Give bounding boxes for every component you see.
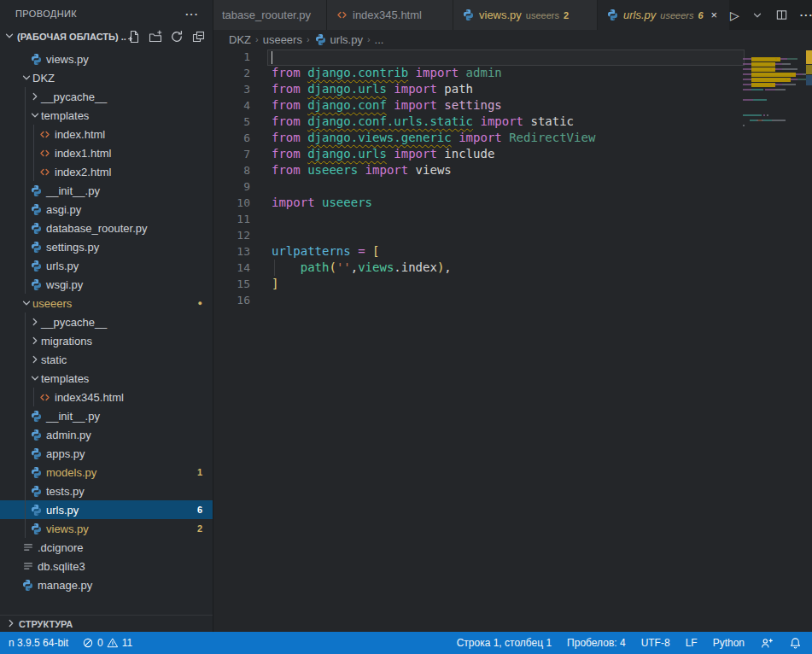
tree-item--init-py[interactable]: __init__.py [0, 181, 213, 200]
tree-item-templates[interactable]: templates [0, 106, 213, 125]
tree-item-label: index2.html [55, 166, 111, 178]
tree-item-index345-html[interactable]: index345.html [0, 388, 213, 406]
tree-item-models-py[interactable]: models.py1 [0, 463, 213, 482]
breadcrumb-item[interactable]: useeers [263, 33, 302, 46]
tree-item-urls-py[interactable]: urls.py [0, 256, 213, 275]
outline-section-header[interactable]: СТРУКТУРА [0, 615, 213, 632]
code-lines[interactable]: from django.contrib import adminfrom dja… [272, 49, 740, 308]
tree-item-index-html[interactable]: index.html [0, 125, 213, 143]
tree-item-label: .dcignore [38, 541, 83, 554]
code-editor[interactable]: 12345678910111213141516 from django.cont… [213, 49, 812, 632]
tree-indent-guide [33, 125, 34, 181]
tree-item--pycache-[interactable]: __pycache__ [0, 87, 213, 106]
tab-views-py[interactable]: views.pyuseeers2 [453, 0, 598, 30]
explorer-more-actions[interactable]: ··· [182, 8, 202, 20]
tree-item-tests-py[interactable]: tests.py [0, 482, 213, 500]
python-file-icon [462, 9, 475, 21]
tree-item-useeers[interactable]: useeers● [0, 294, 213, 312]
tree-item--init-py[interactable]: __init__.py [0, 406, 213, 425]
tab-bar: tabase_roouter.pyindex345.htmlviews.pyus… [213, 0, 812, 30]
chevron-right-icon [5, 617, 17, 631]
cursor-position-item[interactable]: Строка 1, столбец 1 [449, 632, 559, 654]
tree-item-urls-py[interactable]: urls.py6 [0, 500, 213, 519]
notifications-item[interactable] [781, 632, 812, 654]
tab-urls-py[interactable]: urls.pyuseeers6× [598, 0, 730, 30]
tree-item-asgi-py[interactable]: asgi.py [0, 200, 213, 219]
python-version-item[interactable]: n 3.9.5 64-bit [2, 632, 75, 654]
line-number-gutter[interactable]: 12345678910111213141516 [213, 49, 250, 308]
tree-item-label: __init__.py [46, 184, 100, 197]
minimap[interactable] [743, 49, 806, 632]
feedback-item[interactable] [752, 632, 781, 654]
tree-item-wsgi-py[interactable]: wsgi.py [0, 275, 213, 294]
tree-item-settings-py[interactable]: settings.py [0, 237, 213, 256]
refresh-explorer-icon[interactable] [169, 29, 184, 44]
tab-description: useeers [526, 10, 559, 20]
ruler-warning-mark [806, 65, 812, 74]
language-label: Python [713, 637, 745, 649]
language-mode-item[interactable]: Python [705, 632, 752, 654]
python-file-icon [29, 485, 44, 498]
tree-item-views-py[interactable]: views.py2 [0, 519, 213, 538]
python-file-icon [29, 466, 44, 479]
cursor-position-label: Строка 1, столбец 1 [457, 637, 552, 649]
main-area: ПРОВОДНИК ··· (РАБОЧАЯ ОБЛАСТЬ) ... view… [0, 0, 812, 632]
tree-item-migrations[interactable]: migrations [0, 331, 213, 350]
indentation-label: Пробелов: 4 [567, 637, 626, 649]
new-folder-icon[interactable] [148, 29, 163, 44]
collapse-folders-icon[interactable] [190, 29, 206, 44]
code-line-10: import useeers [272, 195, 740, 211]
tree-item-label: wsgi.py [46, 278, 83, 291]
code-line-1 [272, 49, 740, 65]
tab-index345-html[interactable]: index345.html [327, 0, 453, 30]
tree-item-static[interactable]: static [0, 350, 213, 369]
tree-item-admin-py[interactable]: admin.py [0, 425, 213, 444]
close-tab-icon[interactable]: × [711, 9, 718, 21]
tree-item-label: migrations [41, 335, 92, 347]
encoding-item[interactable]: UTF-8 [634, 632, 678, 654]
code-line-8: from useeers import views [272, 162, 740, 178]
tree-item-manage-py[interactable]: manage.py [0, 575, 213, 594]
split-editor-icon[interactable] [775, 9, 788, 21]
indentation-item[interactable]: Пробелов: 4 [559, 632, 634, 654]
ruler-warning-mark [806, 50, 812, 64]
problem-count-badge: 1 [197, 467, 202, 477]
tree-item-index2-html[interactable]: index2.html [0, 162, 213, 181]
workspace-section-header[interactable]: (РАБОЧАЯ ОБЛАСТЬ) ... [0, 27, 213, 46]
breadcrumb-item[interactable]: ... [375, 33, 384, 46]
tree-item-database-roouter-py[interactable]: database_roouter.py [0, 219, 213, 237]
python-version-label: n 3.9.5 64-bit [9, 637, 68, 649]
tree-item-label: static [41, 353, 67, 366]
tree-item--pycache-[interactable]: __pycache__ [0, 312, 213, 331]
code-line-3: from django.urls import path [272, 81, 740, 97]
tree-item-DKZ[interactable]: DKZ [0, 68, 213, 87]
tree-item--dcignore[interactable]: .dcignore [0, 538, 213, 557]
chevron-down-icon [29, 372, 41, 384]
tree-item-index1-html[interactable]: index1.html [0, 143, 213, 162]
tree-item-db-sqlite3[interactable]: db.sqlite3 [0, 557, 213, 575]
code-line-7: from django.urls import include [272, 146, 740, 162]
problems-item[interactable]: 0 11 [75, 632, 139, 654]
eol-item[interactable]: LF [678, 632, 705, 654]
tree-item-label: templates [41, 372, 89, 385]
breadcrumb-item[interactable]: DKZ [229, 33, 251, 46]
tree-item-label: __pycache__ [41, 316, 107, 329]
workspace-label: (РАБОЧАЯ ОБЛАСТЬ) ... [17, 32, 126, 42]
tree-item-label: views.py [46, 53, 89, 66]
overview-ruler[interactable] [806, 49, 812, 632]
tree-item-views-py[interactable]: views.py [0, 50, 213, 68]
tree-item-label: apps.py [46, 447, 85, 460]
breadcrumb-item[interactable]: urls.py [314, 33, 363, 46]
tree-item-apps-py[interactable]: apps.py [0, 444, 213, 463]
tree-item-templates[interactable]: templates [0, 369, 213, 388]
html-file-icon [336, 9, 348, 21]
python-file-icon [29, 278, 44, 291]
run-dropdown-icon[interactable] [751, 9, 763, 21]
new-file-icon[interactable] [126, 29, 142, 44]
run-python-file-icon[interactable]: ▷ [730, 9, 739, 22]
tab-tabase-roouter-py[interactable]: tabase_roouter.py [213, 0, 327, 30]
list-file-icon [20, 541, 35, 553]
more-editor-actions-icon[interactable]: ··· [800, 9, 812, 21]
tab-label: tabase_roouter.py [222, 9, 311, 21]
status-right: Строка 1, столбец 1 Пробелов: 4 UTF-8 LF… [449, 632, 812, 654]
